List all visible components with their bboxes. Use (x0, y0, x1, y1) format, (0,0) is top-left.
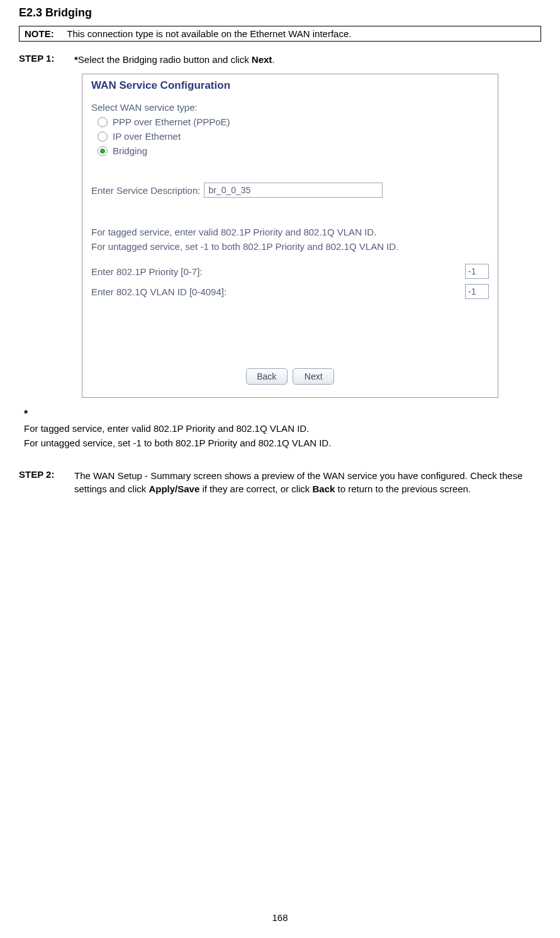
service-description-input[interactable] (204, 183, 383, 198)
tag-helptext-line2: For untagged service, set -1 to both 802… (91, 240, 489, 254)
footnote-line2: For untagged service, set -1 to both 802… (24, 436, 541, 451)
note-text: This connection type is not available on… (67, 28, 351, 39)
step-1-text: *Select the Bridging radio button and cl… (74, 53, 541, 66)
footnote-star: * (24, 407, 541, 422)
vlan-label: Enter 802.1Q VLAN ID [0-4094]: (91, 286, 227, 297)
next-button[interactable]: Next (293, 368, 334, 385)
radio-pppoe[interactable]: PPP over Ethernet (PPPoE) (98, 116, 489, 127)
figure-title: WAN Service Configuration (82, 74, 498, 96)
radio-icon[interactable] (98, 146, 108, 156)
tag-helptext-line1: For tagged service, enter valid 802.1P P… (91, 225, 489, 240)
radio-bridging[interactable]: Bridging (98, 145, 489, 156)
back-button[interactable]: Back (246, 368, 288, 385)
radio-ipoe-label: IP over Ethernet (113, 131, 181, 142)
priority-label: Enter 802.1P Priority [0-7]: (91, 266, 202, 277)
radio-bridging-label: Bridging (113, 145, 147, 156)
step-2-text: The WAN Setup - Summary screen shows a p… (74, 469, 541, 495)
step-1-row: STEP 1: *Select the Bridging radio butto… (19, 53, 541, 66)
page-number: 168 (0, 912, 560, 923)
priority-input[interactable] (465, 264, 489, 279)
select-wan-service-type-label: Select WAN service type: (91, 102, 489, 113)
radio-icon[interactable] (98, 132, 108, 142)
wan-service-configuration-figure: WAN Service Configuration Select WAN ser… (82, 74, 498, 398)
radio-ipoe[interactable]: IP over Ethernet (98, 131, 489, 142)
note-label: NOTE: (25, 28, 54, 39)
footnote-line1: For tagged service, enter valid 802.1P P… (24, 422, 541, 436)
step-1-label: STEP 1: (19, 53, 67, 66)
service-description-label: Enter Service Description: (91, 185, 200, 196)
step-2-row: STEP 2: The WAN Setup - Summary screen s… (19, 469, 541, 495)
vlan-input[interactable] (465, 284, 489, 299)
step-2-label: STEP 2: (19, 469, 67, 495)
radio-icon[interactable] (98, 117, 108, 127)
note-box: NOTE: This connection type is not availa… (19, 26, 541, 42)
radio-pppoe-label: PPP over Ethernet (PPPoE) (113, 116, 230, 127)
section-title: E2.3 Bridging (19, 6, 541, 20)
